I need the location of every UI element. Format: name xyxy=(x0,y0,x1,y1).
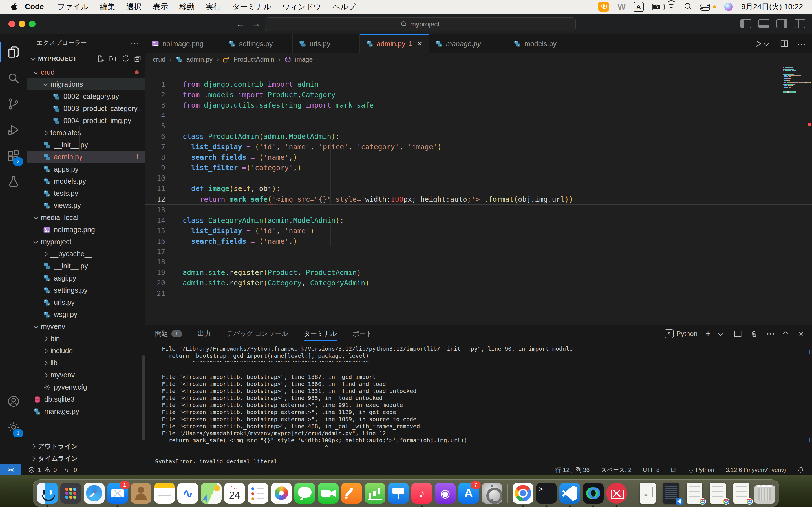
code-line-21[interactable]: 21 xyxy=(146,288,812,298)
dock-chrome[interactable] xyxy=(513,483,534,504)
split-terminal-icon[interactable] xyxy=(733,330,742,338)
dock-terminal[interactable]: >_ xyxy=(536,483,557,504)
dock-maps[interactable] xyxy=(201,483,221,504)
run-dropdown-icon[interactable] xyxy=(764,41,769,46)
code-editor[interactable]: 1from django.contrib import admin2from .… xyxy=(146,79,812,325)
kill-terminal-icon[interactable] xyxy=(750,330,758,338)
tab-settings.py[interactable]: settings.py xyxy=(222,34,293,53)
menu-移動[interactable]: 移動 xyxy=(174,2,200,12)
tree-item-crud[interactable]: crud xyxy=(27,66,146,78)
terminal-dropdown-icon[interactable] xyxy=(718,331,723,336)
source-control-icon[interactable] xyxy=(0,91,27,117)
minimize-window-button[interactable] xyxy=(18,20,26,27)
code-line-20[interactable]: 20admin.site.register(Category, Category… xyxy=(146,278,812,288)
command-center-search[interactable]: myproject xyxy=(265,17,576,31)
code-line-17[interactable]: 17 xyxy=(146,246,812,257)
code-line-9[interactable]: 9 list_filter =('category',) xyxy=(146,163,812,173)
eol[interactable]: LF xyxy=(671,466,678,473)
accounts-icon[interactable] xyxy=(0,388,27,414)
new-terminal-icon[interactable]: + xyxy=(705,328,711,339)
code-line-7[interactable]: 7 list_display = ('id', 'name', 'price',… xyxy=(146,142,812,152)
run-debug-icon[interactable] xyxy=(0,117,27,143)
tree-item-pyvenv.cfg[interactable]: pyvenv.cfg xyxy=(27,381,146,393)
tab-urls.py[interactable]: urls.py xyxy=(293,34,360,53)
control-center-icon[interactable] xyxy=(700,4,716,10)
remote-indicator[interactable]: >< xyxy=(0,464,21,475)
breadcrumb-admin.py[interactable]: admin.py xyxy=(186,56,213,63)
tree-item-asgi.py[interactable]: asgi.py xyxy=(27,272,146,284)
dock-freeform[interactable]: ∿ xyxy=(177,483,198,504)
close-window-button[interactable] xyxy=(8,20,15,27)
outline-section[interactable]: アウトライン xyxy=(27,440,146,452)
spotlight-icon[interactable] xyxy=(684,3,692,10)
tree-item-manage.py[interactable]: manage.py xyxy=(27,405,146,417)
close-tab-icon[interactable]: × xyxy=(417,39,422,48)
code-line-10[interactable]: 10 xyxy=(146,173,812,183)
code-line-13[interactable]: 13 xyxy=(146,205,812,215)
panel-tab-出力[interactable]: 出力 xyxy=(198,325,211,342)
tree-item-__init__.py[interactable]: __init__.py xyxy=(27,260,146,272)
menu-表示[interactable]: 表示 xyxy=(147,2,174,12)
editor-more-icon[interactable]: ⋯ xyxy=(797,39,806,49)
menu-app-name[interactable]: Code xyxy=(25,3,44,11)
run-python-file-icon[interactable] xyxy=(753,39,762,48)
code-line-19[interactable]: 19admin.site.register(Product, ProductAd… xyxy=(146,267,812,278)
input-source-icon[interactable]: A xyxy=(633,2,644,12)
dock-calendar[interactable]: 9月24 xyxy=(224,483,245,504)
dock-win-chrome2[interactable] xyxy=(707,483,728,504)
tree-item-0003_product_category...[interactable]: 0003_product_category... xyxy=(27,103,146,115)
new-file-icon[interactable] xyxy=(96,55,104,63)
tree-item-admin.py[interactable]: admin.py1 xyxy=(27,151,146,163)
dock-music[interactable]: ♪ xyxy=(411,483,432,504)
tree-item-include[interactable]: include xyxy=(27,345,146,357)
tree-item-myvenv[interactable]: myvenv xyxy=(27,321,146,333)
notifications-bell-icon[interactable] xyxy=(797,466,804,473)
code-line-12[interactable]: 12 return mark_safe('<img src="{}" style… xyxy=(146,194,812,205)
code-line-18[interactable]: 18 xyxy=(146,257,812,267)
tree-item-bin[interactable]: bin xyxy=(27,333,146,345)
toggle-panel-icon[interactable] xyxy=(758,19,769,28)
dock-keynote[interactable] xyxy=(388,483,409,504)
new-folder-icon[interactable] xyxy=(109,55,117,63)
dock-launchpad[interactable] xyxy=(60,483,81,504)
code-line-11[interactable]: 11 def image(self, obj): xyxy=(146,183,812,194)
code-line-8[interactable]: 8 search_fields = ('name',) xyxy=(146,152,812,163)
nav-forward-button[interactable]: → xyxy=(250,18,262,29)
ports-status[interactable]: 0 xyxy=(64,466,77,473)
breadcrumb-crud[interactable]: crud xyxy=(153,56,165,63)
customize-layout-icon[interactable] xyxy=(795,19,805,28)
settings-gear-icon[interactable]: 1 xyxy=(0,414,27,440)
dock-messages[interactable] xyxy=(294,483,315,504)
dock-finder[interactable] xyxy=(37,483,58,504)
panel-tab-ターミナル[interactable]: ターミナル xyxy=(304,325,337,342)
tree-item-lib[interactable]: lib xyxy=(27,357,146,369)
close-panel-icon[interactable]: × xyxy=(799,329,804,339)
tree-item-tests.py[interactable]: tests.py xyxy=(27,187,146,200)
tree-item-0004_product_img.py[interactable]: 0004_product_img.py xyxy=(27,115,146,127)
dock-appstore[interactable]: A7 xyxy=(458,483,479,504)
dock-vscode[interactable] xyxy=(559,483,580,504)
dock-settings[interactable] xyxy=(481,483,502,504)
tree-item-__pycache__[interactable]: __pycache__ xyxy=(27,248,146,260)
code-line-5[interactable]: 5 xyxy=(146,121,812,131)
tab-models.py[interactable]: models.py xyxy=(507,34,578,53)
menu-ヘルプ[interactable]: ヘルプ xyxy=(327,2,362,12)
tree-item-views.py[interactable]: views.py xyxy=(27,200,146,212)
dock-podcasts[interactable]: ◉ xyxy=(435,483,456,504)
tree-item-__init__.py[interactable]: __init__.py xyxy=(27,139,146,151)
mic-indicator-icon[interactable] xyxy=(598,2,609,11)
tab-admin.py[interactable]: admin.py1× xyxy=(360,34,429,53)
encoding[interactable]: UTF-8 xyxy=(643,466,660,473)
language-mode[interactable]: {}Python xyxy=(689,466,714,473)
cursor-position[interactable]: 行 12、列 36 xyxy=(555,466,590,474)
dock-reminders[interactable] xyxy=(248,483,268,504)
code-line-16[interactable]: 16 search_fields = ('name',) xyxy=(146,236,812,246)
project-section-header[interactable]: MYPROJECT xyxy=(27,52,146,66)
tree-item-noImage.png[interactable]: noImage.png xyxy=(27,224,146,236)
explorer-icon[interactable] xyxy=(0,39,27,65)
problems-status[interactable]: 1 0 xyxy=(28,466,57,473)
siri-icon[interactable] xyxy=(724,3,733,11)
search-view-icon[interactable] xyxy=(0,65,27,91)
dock-contacts[interactable] xyxy=(131,483,151,504)
battery-icon[interactable] xyxy=(652,4,658,10)
